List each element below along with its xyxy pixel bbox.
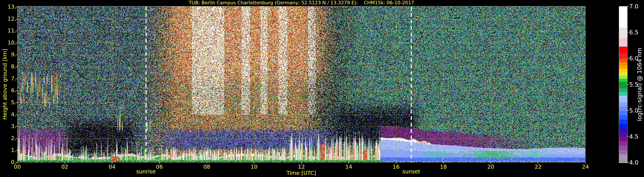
- y-tick-mark: [16, 150, 17, 150]
- y-tick-mark: [16, 55, 17, 55]
- colorbar-tick-label: 5.0: [629, 107, 638, 114]
- colorbar-band: [619, 82, 627, 85]
- y-tick-label: 13.: [0, 4, 16, 10]
- colorbar-band: [619, 128, 627, 133]
- x-tick-label: 04: [108, 164, 116, 170]
- heatmap-canvas: [18, 6, 586, 162]
- x-tick-mark: [112, 162, 112, 164]
- x-tick-mark: [538, 162, 538, 164]
- y-tick-label: 5.: [0, 99, 16, 105]
- colorbar-band: [619, 76, 627, 79]
- colorbar-band: [619, 69, 627, 73]
- y-tick-mark: [16, 162, 17, 163]
- y-tick-label: 7.: [0, 75, 16, 82]
- y-axis-label: Height above ground [km]: [2, 49, 8, 120]
- y-tick-mark: [16, 31, 17, 31]
- colorbar-tick-label: 5.5: [629, 81, 638, 88]
- x-tick-label: 18: [440, 164, 447, 170]
- colorbar-band: [619, 150, 627, 154]
- y-tick-label: 2.: [0, 135, 16, 141]
- colorbar-band: [619, 132, 627, 137]
- colorbar-tick-mark: [627, 6, 628, 7]
- colorbar-band: [619, 120, 627, 124]
- x-tick-mark: [443, 162, 444, 164]
- y-tick-mark: [16, 79, 17, 79]
- colorbar-band: [619, 46, 627, 53]
- y-tick-mark: [16, 102, 17, 103]
- colorbar-band: [619, 53, 627, 59]
- y-tick-mark: [16, 19, 17, 19]
- y-tick-mark: [16, 114, 17, 115]
- y-tick-mark: [16, 7, 17, 7]
- x-tick-label: 14: [345, 164, 352, 170]
- x-tick-mark: [17, 162, 18, 164]
- x-tick-mark: [585, 162, 586, 164]
- colorbar-tick-mark: [627, 162, 628, 163]
- x-tick-label: 08: [203, 164, 210, 170]
- y-tick-mark: [16, 67, 17, 67]
- colorbar-band: [619, 92, 627, 96]
- colorbar-band: [619, 59, 627, 62]
- x-tick-mark: [159, 162, 160, 164]
- colorbar-tick-mark: [627, 32, 628, 33]
- y-tick-label: 4.: [0, 111, 16, 117]
- colorbar-band: [619, 115, 627, 120]
- x-tick-label: 12: [298, 164, 305, 170]
- colorbar-tick-mark: [627, 58, 628, 58]
- x-tick-label: 22: [535, 164, 542, 170]
- y-tick-label: 1.: [0, 147, 16, 153]
- x-tick-label: 24: [582, 164, 589, 170]
- colorbar-band: [619, 85, 627, 89]
- x-tick-label: 06: [156, 164, 163, 170]
- x-tick-mark: [206, 162, 207, 164]
- colorbar-band: [619, 96, 627, 99]
- x-tick-mark: [348, 162, 349, 164]
- colorbar-tick-label: 4.0: [629, 159, 638, 166]
- colorbar-band: [619, 27, 627, 38]
- colorbar-band: [619, 38, 627, 47]
- x-tick-mark: [254, 162, 254, 164]
- x-axis-label: Time [UTC]: [286, 170, 316, 176]
- x-tick-label: 10: [251, 164, 258, 170]
- sunset-annotation: sunset: [402, 168, 420, 175]
- colorbar-band: [619, 7, 627, 28]
- colorbar-band: [619, 146, 627, 150]
- x-tick-label: 02: [61, 164, 68, 170]
- colorbar-band: [619, 98, 627, 102]
- y-tick-label: 12.: [0, 16, 16, 22]
- colorbar-band: [619, 66, 627, 69]
- x-tick-mark: [301, 162, 302, 164]
- x-tick-label: 16: [393, 164, 400, 170]
- plot-title: TUB: Berlin Campus Charlottenburg (Germa…: [18, 0, 586, 5]
- colorbar-band: [619, 111, 627, 116]
- colorbar-band: [619, 124, 627, 128]
- x-tick-mark: [490, 162, 491, 164]
- y-tick-mark: [16, 138, 17, 139]
- y-tick-label: 11.: [0, 28, 16, 34]
- y-tick-label: 6.: [0, 87, 16, 94]
- colorbar-tick-label: 6.5: [629, 29, 638, 36]
- x-tick-label: 20: [487, 164, 494, 170]
- y-tick-label: 3.: [0, 123, 16, 129]
- colorbar-band: [619, 79, 627, 82]
- colorbar-tick-mark: [627, 136, 628, 137]
- colorbar-band: [619, 72, 627, 76]
- colorbar-tick-mark: [627, 110, 628, 111]
- sunrise-annotation: sunrise: [136, 168, 156, 175]
- colorbar-tick-label: 4.5: [629, 133, 638, 140]
- ceilometer-quicklook-figure: TUB: Berlin Campus Charlottenburg (Germa…: [0, 0, 644, 177]
- colorbar-band: [619, 137, 627, 141]
- colorbar-band: [619, 154, 627, 163]
- x-tick-mark: [396, 162, 396, 164]
- colorbar-tick-label: 7.0: [629, 3, 638, 10]
- colorbar: [619, 6, 628, 163]
- y-tick-mark: [16, 90, 17, 91]
- y-tick-mark: [16, 126, 17, 127]
- colorbar-tick-label: 6.0: [629, 55, 638, 62]
- colorbar-band: [619, 88, 627, 92]
- colorbar-band: [619, 141, 627, 146]
- colorbar-band: [619, 107, 627, 111]
- y-tick-label: 0.: [0, 159, 16, 165]
- y-tick-label: 10.: [0, 40, 16, 46]
- y-tick-label: 9.: [0, 52, 16, 58]
